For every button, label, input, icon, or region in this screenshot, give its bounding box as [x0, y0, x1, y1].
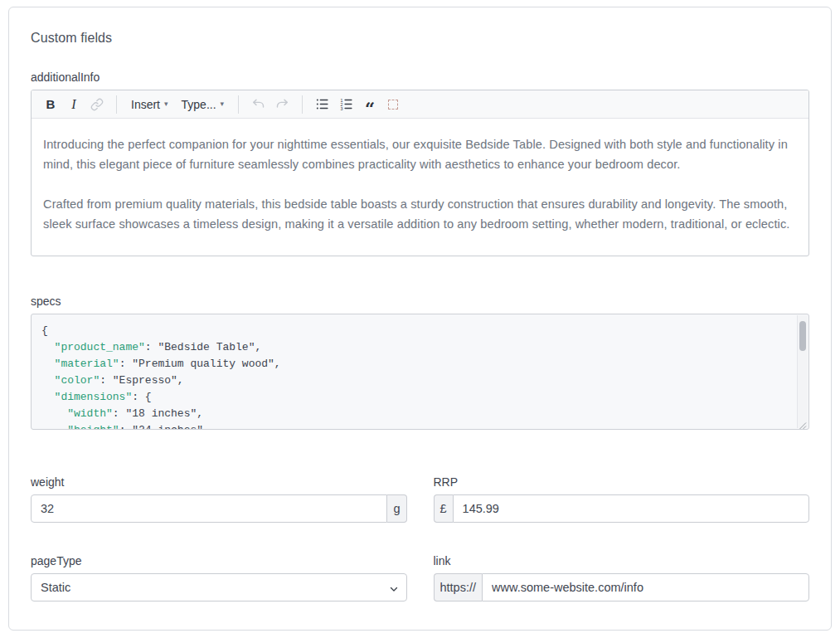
- page-type-select[interactable]: Static: [31, 573, 407, 601]
- specs-textarea[interactable]: { "product_name": "Bedside Table", "mate…: [31, 314, 809, 430]
- rich-text-editor: B I Insert ▾ Type... ▾: [31, 90, 809, 256]
- italic-button[interactable]: I: [63, 94, 85, 115]
- numbered-list-icon: 1 2 3: [339, 97, 353, 111]
- bullet-list-icon: [315, 97, 329, 111]
- resize-handle-icon[interactable]: [798, 418, 807, 427]
- field-row-pagetype-link: pageType Static link https://: [31, 554, 809, 601]
- link-label: link: [434, 554, 810, 567]
- link-input[interactable]: [482, 573, 809, 601]
- undo-button[interactable]: [247, 94, 269, 115]
- chevron-down-icon: ▾: [221, 100, 225, 108]
- weight-field: weight g: [31, 475, 407, 523]
- link-field: link https://: [434, 554, 810, 601]
- insert-menu-label: Insert: [131, 98, 160, 111]
- redo-icon: [275, 97, 289, 111]
- svg-text:3: 3: [341, 106, 343, 111]
- visual-block-button[interactable]: [382, 94, 404, 115]
- rrp-input[interactable]: [453, 494, 809, 523]
- type-menu-button[interactable]: Type... ▾: [176, 94, 231, 115]
- weight-input[interactable]: [31, 494, 387, 523]
- page-type-label: pageType: [31, 554, 407, 567]
- blockquote-button[interactable]: “: [359, 94, 381, 115]
- insert-menu-button[interactable]: Insert ▾: [125, 94, 174, 115]
- specs-label: specs: [31, 295, 809, 308]
- link-button[interactable]: [86, 94, 108, 115]
- bold-button[interactable]: B: [40, 94, 61, 115]
- redo-button[interactable]: [271, 94, 294, 115]
- weight-label: weight: [31, 475, 407, 489]
- page-type-field: pageType Static: [31, 554, 407, 601]
- additional-info-label: additionalInfo: [31, 71, 809, 84]
- weight-unit-addon: g: [387, 494, 406, 523]
- scrollbar[interactable]: [797, 315, 808, 428]
- rrp-label: RRP: [434, 475, 810, 489]
- page-title: Custom fields: [31, 31, 809, 46]
- rrp-field: RRP £: [434, 475, 810, 523]
- blockquote-icon: “: [365, 105, 375, 113]
- toolbar-divider: [238, 95, 239, 114]
- type-menu-label: Type...: [182, 98, 216, 111]
- field-row-weight-rrp: weight g RRP £: [31, 475, 809, 523]
- bullet-list-button[interactable]: [311, 94, 333, 115]
- editor-toolbar: B I Insert ▾ Type... ▾: [32, 90, 808, 119]
- specs-code: { "product_name": "Bedside Table", "mate…: [32, 314, 808, 430]
- link-icon: [90, 98, 104, 111]
- toolbar-divider: [302, 95, 303, 114]
- chevron-down-icon: ▾: [164, 100, 168, 108]
- undo-icon: [251, 97, 265, 111]
- editor-paragraph: Crafted from premium quality materials, …: [43, 194, 797, 234]
- dashed-box-icon: [388, 100, 398, 110]
- link-protocol-addon: https://: [434, 573, 483, 601]
- custom-fields-card: Custom fields additionalInfo B I Insert …: [8, 7, 832, 631]
- rrp-currency-addon: £: [434, 494, 453, 523]
- toolbar-divider: [116, 95, 117, 114]
- scrollbar-thumb[interactable]: [799, 321, 806, 351]
- numbered-list-button[interactable]: 1 2 3: [335, 94, 357, 115]
- editor-paragraph: Introducing the perfect companion for yo…: [43, 134, 797, 174]
- editor-content[interactable]: Introducing the perfect companion for yo…: [32, 119, 808, 256]
